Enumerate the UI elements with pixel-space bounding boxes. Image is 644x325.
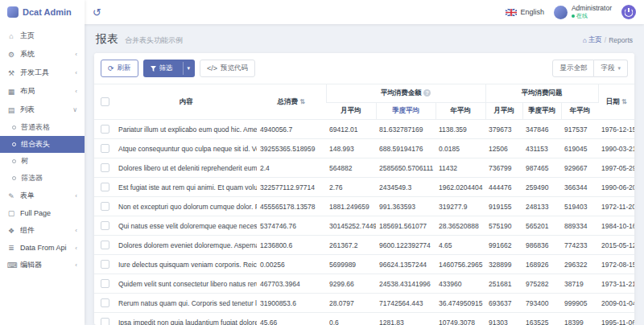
column-sub-4[interactable]: 季度平均 bbox=[522, 103, 561, 120]
cell-value: 2009-01-04 bbox=[598, 294, 634, 313]
cell-content: Dolores dolorem eveniet doloremque. Aspe… bbox=[115, 236, 257, 255]
breadcrumb-home-link[interactable]: ⌂ 主页 bbox=[583, 35, 602, 45]
sidebar-item[interactable]: ⌂主页 bbox=[0, 27, 85, 45]
cell-value: 774233 bbox=[561, 236, 598, 255]
cell-value: 575190 bbox=[485, 216, 522, 236]
breadcrumb-separator: / bbox=[605, 36, 606, 44]
table-row: Ipsa impedit non quia laudantium fugiat … bbox=[94, 313, 634, 325]
cell-value: 28.36520888 bbox=[436, 216, 485, 236]
sidebar-item-label: 系统 bbox=[20, 49, 70, 60]
cell-value: 1281.83 bbox=[376, 313, 436, 325]
row-checkbox[interactable] bbox=[101, 202, 109, 211]
row-checkbox[interactable] bbox=[101, 241, 109, 249]
sort-icon[interactable]: ⇅ bbox=[299, 98, 305, 105]
column-date[interactable]: 日期 ⇅ bbox=[598, 84, 634, 120]
refresh-icon: ⟳ bbox=[108, 65, 114, 72]
user-menu[interactable]: Administrator 在线 bbox=[554, 5, 612, 19]
cell-value: 975282 bbox=[522, 274, 561, 294]
row-checkbox[interactable] bbox=[101, 318, 109, 325]
breadcrumb-current: Reports bbox=[609, 36, 633, 44]
brand-logo-icon bbox=[7, 6, 19, 18]
row-checkbox[interactable] bbox=[101, 144, 109, 153]
sidebar-subitem[interactable]: 组合表头 bbox=[0, 136, 85, 153]
preview-code-button[interactable]: </> 预览代码 bbox=[200, 60, 255, 77]
sidebar-subitem[interactable]: 筛选器 bbox=[0, 170, 85, 187]
cell-value: 91303 bbox=[485, 313, 522, 325]
column-sub-0[interactable]: 月平均 bbox=[326, 103, 376, 120]
funnel-icon bbox=[151, 66, 156, 72]
column-total[interactable]: 总消费 ⇅ bbox=[257, 84, 326, 120]
fields-dropdown-button[interactable]: 字段 ▾ bbox=[594, 60, 628, 77]
filter-button[interactable]: 筛选 ▾ bbox=[143, 60, 196, 77]
cell-value: 379673 bbox=[485, 120, 522, 139]
column-group-avg-amount: 平均消费金额 ? bbox=[326, 84, 485, 103]
table-row: Est fugiat iste aut rem qui animi. Et qu… bbox=[94, 178, 634, 197]
sidebar-subitem[interactable]: 树 bbox=[0, 153, 85, 170]
brand[interactable]: Dcat Admin bbox=[0, 0, 85, 24]
sidebar-subitem-label: 普通表格 bbox=[21, 122, 77, 133]
user-name: Administrator bbox=[572, 5, 612, 13]
chevron-down-icon: ▾ bbox=[617, 65, 621, 72]
sidebar-item[interactable]: ⚙系统‹ bbox=[0, 45, 85, 64]
row-select-cell bbox=[94, 158, 115, 178]
sort-icon[interactable]: ⇅ bbox=[621, 98, 627, 105]
sidebar-subitem[interactable]: 普通表格 bbox=[0, 119, 85, 136]
cell-value: 929667 bbox=[561, 158, 598, 178]
cell-value: 4.65 bbox=[436, 236, 485, 255]
cell-content: Pariatur illum ut explicabo eum quod hic… bbox=[115, 120, 257, 139]
sidebar-item[interactable]: ▤列表∨ bbox=[0, 101, 85, 119]
cell-value: 0.0185 bbox=[436, 139, 485, 158]
sidebar-subitem-label: 筛选器 bbox=[21, 173, 77, 183]
row-checkbox[interactable] bbox=[101, 221, 109, 230]
cell-value: 1460756.2965 bbox=[436, 255, 485, 274]
page-header: 报表 合并表头功能示例 ⌂ 主页 / Reports bbox=[94, 28, 634, 53]
sidebar-item[interactable]: ⌨编辑器‹ bbox=[0, 256, 85, 274]
sidebar-item[interactable]: ≣Data From Api‹ bbox=[0, 240, 85, 256]
cell-value: 319277.9 bbox=[436, 197, 485, 216]
sidebar-item[interactable]: ▦布局‹ bbox=[0, 82, 85, 101]
sidebar-subitem-label: 树 bbox=[21, 156, 77, 167]
select-all-checkbox[interactable] bbox=[101, 97, 109, 106]
row-select-cell bbox=[94, 197, 115, 216]
sidebar-item[interactable]: ✎表单‹ bbox=[0, 187, 85, 205]
cell-value: 433960 bbox=[436, 274, 485, 294]
row-checkbox[interactable] bbox=[101, 279, 109, 288]
editor-icon: ⌨ bbox=[7, 261, 15, 269]
cell-value: 1997-05-29 bbox=[598, 158, 634, 178]
cell-value: 991.363593 bbox=[376, 197, 436, 216]
cell-value: 5374746.76 bbox=[257, 216, 326, 236]
show-all-button[interactable]: 显示全部 bbox=[552, 60, 594, 77]
cell-value: 45.66 bbox=[257, 313, 326, 325]
sidebar-item[interactable]: ▢Full Page bbox=[0, 205, 85, 221]
row-checkbox[interactable] bbox=[101, 163, 109, 172]
navbar-right: English Administrator 在线 bbox=[506, 5, 636, 19]
refresh-page-icon[interactable]: ↺ bbox=[93, 7, 101, 18]
cell-value: 4940056.7 bbox=[257, 120, 326, 139]
sidebar-item[interactable]: ❖组件‹ bbox=[0, 221, 85, 240]
table-row: Pariatur illum ut explicabo eum quod hic… bbox=[94, 120, 634, 139]
column-sub-5[interactable]: 年平均 bbox=[561, 103, 598, 120]
sidebar-subitem-label: 组合表头 bbox=[21, 139, 77, 150]
cell-value: 30145252.744946 bbox=[326, 216, 376, 236]
column-sub-1[interactable]: 季度平均 bbox=[376, 103, 436, 120]
sidebar-item[interactable]: ⚒开发工具‹ bbox=[0, 64, 85, 82]
language-selector[interactable]: English bbox=[506, 8, 544, 16]
chevron-left-icon: ‹ bbox=[75, 69, 77, 76]
refresh-button[interactable]: ⟳ 刷新 bbox=[101, 60, 138, 77]
app-window: Dcat Admin ⌂主页⚙系统‹⚒开发工具‹▦布局‹▤列表∨普通表格组合表头… bbox=[0, 0, 644, 325]
cell-value: 251681 bbox=[485, 274, 522, 294]
column-sub-2[interactable]: 年平均 bbox=[436, 103, 485, 120]
chevron-down-icon[interactable]: ▾ bbox=[183, 62, 195, 75]
cell-value: 986836 bbox=[522, 236, 561, 255]
cell-value: 431153 bbox=[522, 139, 561, 158]
row-checkbox[interactable] bbox=[101, 183, 109, 191]
row-checkbox[interactable] bbox=[101, 298, 109, 307]
cell-value: 185691.561077 bbox=[376, 216, 436, 236]
sidebar-item-label: 表单 bbox=[20, 191, 70, 201]
column-sub-3[interactable]: 月平均 bbox=[485, 103, 522, 120]
table-row: Atque consequuntur quo culpa neque sit i… bbox=[94, 139, 634, 158]
row-checkbox[interactable] bbox=[101, 125, 109, 134]
logout-power-icon[interactable] bbox=[621, 5, 636, 19]
info-icon[interactable]: ? bbox=[423, 89, 431, 97]
row-checkbox[interactable] bbox=[101, 260, 109, 269]
